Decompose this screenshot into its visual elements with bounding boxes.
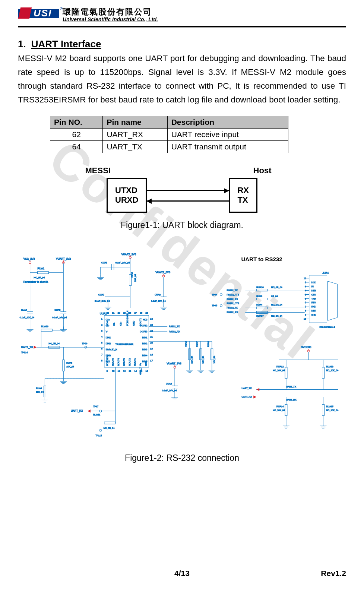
svg-text:INVALID_N: INVALID_N (105, 348, 117, 351)
net-uart-rx-mid: UART_RX (286, 399, 296, 401)
svg-text:31: 31 (112, 312, 114, 314)
pin-name: UART_RX (103, 128, 167, 140)
val-rua14: NC_10K_04 (273, 409, 285, 412)
ref-rua17: RUA17 (256, 315, 264, 317)
fig1-right-label: Host (253, 166, 272, 175)
fig1-left-box: UTXD URXD (107, 178, 147, 213)
ref-cua2: CUA2 (98, 294, 104, 296)
ref-rua4: RUA4 (256, 304, 263, 306)
svg-text:DOUT3: DOUT3 (140, 330, 148, 333)
pin-no: 62 (50, 128, 103, 140)
val-rua15: NC_10K_04 (326, 409, 338, 412)
figure-1-1-caption: Figure1-1: UART block diagram. (18, 220, 346, 230)
ic-ref: UUA1 (99, 313, 107, 315)
header-rule-thick (18, 26, 346, 27)
net-uart-rx-r: UART_RX (241, 396, 252, 398)
svg-text:ROUT4: ROUT4 (117, 358, 119, 366)
val-nc0r-l: NC_0R_04 (48, 342, 60, 345)
net-vuart-4: VUART_3V3 (167, 362, 181, 365)
svg-text:17: 17 (150, 360, 153, 362)
ref-cua5: CUA5 (54, 309, 61, 311)
svg-text:DSR: DSR (311, 310, 316, 312)
svg-text:C1-: C1- (113, 322, 115, 326)
svg-text:6: 6 (101, 348, 102, 350)
svg-text:DOUT2: DOUT2 (140, 325, 148, 327)
net-vuart-1: VUART_3V3 (56, 257, 71, 260)
ref-cua3: CUA3 (155, 294, 161, 296)
ref-rua10: RUA10 (41, 326, 48, 328)
svg-text:DIN1: DIN1 (105, 336, 111, 339)
svg-text:DIN2: DIN2 (105, 342, 111, 345)
pin-no: 64 (50, 140, 103, 153)
val-cua4: 0.1uF_10V_04 (19, 317, 34, 319)
net-vuart-3: VUART_3V3 (155, 271, 170, 274)
svg-text:TXD: TXD (311, 298, 316, 300)
svg-text:RIN3: RIN3 (142, 348, 147, 351)
val-rua13: NC_10K_04 (326, 369, 338, 371)
svg-text:11: 11 (117, 370, 120, 372)
svg-text:GND: GND (133, 321, 135, 326)
svg-text:30: 30 (117, 312, 120, 314)
ref-tp97: TP97 (93, 406, 98, 408)
svg-text:16: 16 (145, 370, 148, 372)
svg-text:28: 28 (129, 312, 131, 314)
revision: Rev1.2 (321, 569, 346, 578)
ref-rua6: RUA6 (184, 341, 187, 348)
val-nc0r-b: NC_0R_04 (103, 427, 114, 429)
svg-text:8: 8 (101, 360, 102, 362)
val-rua7: 10K_04 (202, 356, 204, 364)
net-uart-tx-r: UART_TX (241, 387, 251, 389)
val-rua5: 10K_04 (66, 365, 74, 368)
svg-text:CTS: CTS (311, 294, 316, 296)
svg-text:NC2: NC2 (145, 361, 147, 366)
ref-tp114: TP114 (21, 351, 28, 354)
pin-table-h0: Pin NO. (50, 116, 103, 128)
svg-text:4: 4 (101, 336, 102, 338)
svg-text:DTR: DTR (311, 289, 316, 292)
ref-jua1: JUA1 (322, 272, 329, 274)
svg-text:24: 24 (150, 318, 153, 320)
svg-text:12: 12 (123, 370, 126, 372)
note-short: Remember to short it. (23, 281, 48, 283)
fig1-left-label: MESSI (85, 166, 111, 175)
svg-text:V+: V+ (139, 363, 142, 366)
net-rs232-rx-1: RS232_RX (227, 298, 238, 300)
svg-text:ROUT1: ROUT1 (134, 358, 136, 366)
ref-rua8: RUA8 (207, 341, 209, 348)
val-rua4: NC_0R_04 (271, 304, 282, 306)
val-rua9: 10K_04 (36, 391, 44, 393)
val-rua6: 10K_04 (190, 356, 193, 364)
svg-text:19: 19 (150, 348, 153, 350)
ref-tp96: TP96 (82, 342, 88, 345)
net-rs232-rx-2: RS232_RX (227, 311, 238, 314)
svg-text:FORCEON: FORCEON (106, 355, 108, 366)
pin-desc: UART receive input (167, 128, 288, 140)
section-number: 1. (18, 38, 26, 50)
figure-1-2-caption: Figure1-2: RS-232 connection (18, 453, 346, 463)
ref-cua8: CUA8 (166, 383, 172, 385)
svg-text:C2+: C2+ (105, 319, 110, 321)
header-rule-thin (18, 28, 346, 28)
svg-text:ROUT3: ROUT3 (123, 358, 125, 366)
dsub-label: DSUB FEMALE (319, 326, 335, 328)
logo-en-name: Universal Scientific Industrial Co., Ltd… (63, 16, 158, 22)
fig1-wires (147, 181, 229, 209)
schematic-title: UART to RS232 (241, 256, 282, 262)
net-rs232-tx-2: RS232_TX (227, 307, 237, 309)
svg-text:DCD: DCD (311, 281, 316, 284)
svg-text:27: 27 (134, 312, 137, 314)
val-rua8: 10K_04 (213, 356, 215, 364)
svg-text:V-: V- (105, 330, 108, 333)
val-rua12: NC_10K_04 (273, 369, 285, 371)
figure-1-2-schematic: UART to RS232 (18, 252, 346, 446)
svg-text:ROUT5: ROUT5 (111, 358, 114, 366)
ref-rua13: RUA13 (326, 365, 333, 368)
ref-rua14: RUA14 (276, 406, 284, 408)
ref-tp95: TP95 (212, 305, 217, 307)
ref-rua3: RUA3 (256, 295, 263, 297)
net-vuart-2: VUART_3V3 (121, 253, 136, 256)
footer: 4/13 Rev1.2 (18, 569, 346, 578)
svg-text:20: 20 (150, 342, 153, 344)
svg-text:1: 1 (101, 318, 102, 320)
val-rua17: NC_0R_04 (271, 315, 282, 317)
